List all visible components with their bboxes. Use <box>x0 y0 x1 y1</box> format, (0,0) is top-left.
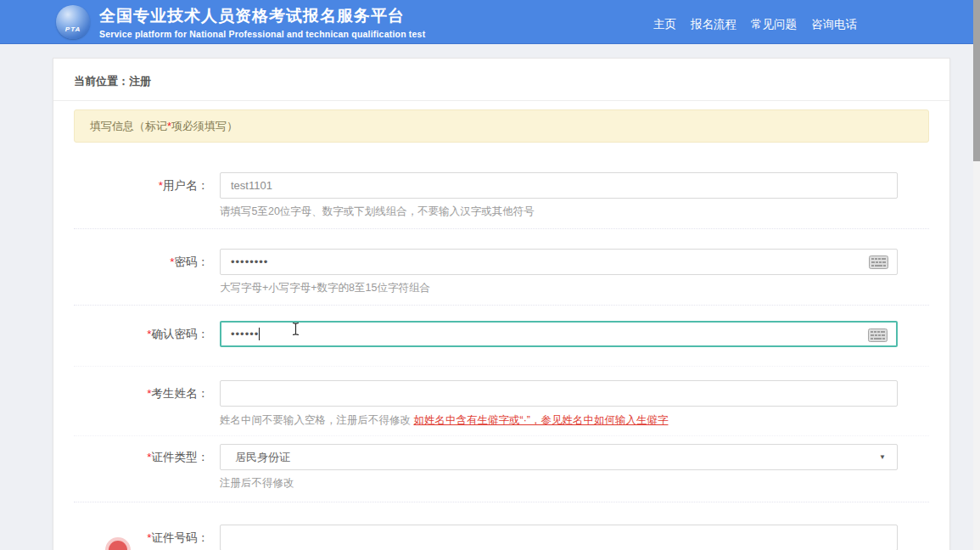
candidate-name-label: *考生姓名： <box>53 380 209 407</box>
row-separator <box>74 228 929 229</box>
nav-registration-process[interactable]: 报名流程 <box>691 17 736 32</box>
username-label: *用户名： <box>53 172 209 199</box>
field-row-confirm-password: *确认密码： •••••• <box>53 321 949 347</box>
notice-text: 填写信息（标记 <box>90 120 167 132</box>
password-input[interactable]: •••••••• <box>220 249 898 275</box>
required-fields-notice: 填写信息（标记*项必须填写） <box>74 109 929 143</box>
id-number-label: *证件号码： <box>53 525 209 550</box>
app-header: PTA 全国专业技术人员资格考试报名服务平台 Service platform … <box>0 0 973 44</box>
nav-contact-phone[interactable]: 咨询电话 <box>811 17 857 32</box>
nav-faq[interactable]: 常见问题 <box>751 17 797 32</box>
row-separator <box>74 435 929 436</box>
field-row-username: *用户名： <box>53 172 949 199</box>
id-number-input[interactable] <box>220 525 898 550</box>
keyboard-icon[interactable] <box>869 255 888 269</box>
id-type-label: *证件类型： <box>53 444 209 470</box>
candidate-name-input[interactable] <box>220 380 898 407</box>
username-hint: 请填写5至20位字母、数字或下划线组合，不要输入汉字或其他符号 <box>220 205 535 219</box>
field-row-id-type: *证件类型： 居民身份证 ▼ <box>53 444 949 470</box>
title-block: 全国专业技术人员资格考试报名服务平台 Service platform for … <box>99 6 425 39</box>
username-input[interactable] <box>220 172 898 199</box>
id-type-hint: 注册后不得修改 <box>220 476 294 491</box>
candidate-name-hint: 姓名中间不要输入空格，注册后不得修改 如姓名中含有生僻字或“·”，参见姓名中如何… <box>220 413 668 428</box>
confirm-password-label: *确认密码： <box>53 321 209 347</box>
field-row-candidate-name: *考生姓名： <box>53 380 949 407</box>
text-caret <box>259 328 260 340</box>
page-title: 全国专业技术人员资格考试报名服务平台 <box>99 6 425 26</box>
platform-logo-icon: PTA <box>56 5 90 39</box>
logo-text: PTA <box>56 25 90 33</box>
confirm-password-input[interactable]: •••••• <box>220 321 898 347</box>
page-subtitle: Service platform for National Profession… <box>99 29 425 39</box>
ibeam-cursor-icon <box>291 322 300 336</box>
row-separator <box>74 305 929 306</box>
notice-text-2: 项必须填写） <box>171 120 238 132</box>
id-type-select[interactable]: 居民身份证 ▼ <box>220 444 898 470</box>
password-label: *密码： <box>53 249 209 275</box>
scrollbar-track[interactable] <box>973 0 980 550</box>
rare-character-help-link[interactable]: 如姓名中含有生僻字或“·”，参见姓名中如何输入生僻字 <box>413 414 668 426</box>
chevron-down-icon: ▼ <box>879 445 886 469</box>
keyboard-icon[interactable] <box>868 328 888 342</box>
field-row-password: *密码： •••••••• <box>53 249 949 275</box>
row-separator <box>74 502 929 502</box>
field-row-id-number: *证件号码： <box>53 525 949 550</box>
row-separator <box>74 366 929 367</box>
scrollbar-thumb[interactable] <box>973 0 980 161</box>
nav-home[interactable]: 主页 <box>653 17 676 32</box>
breadcrumb: 当前位置：注册 <box>53 59 949 101</box>
password-hint: 大写字母+小写字母+数字的8至15位字符组合 <box>220 281 430 295</box>
content-panel: 当前位置：注册 填写信息（标记*项必须填写） *用户名： 请填写5至20位字母、… <box>53 58 950 550</box>
top-nav: 主页 报名流程 常见问题 咨询电话 <box>653 17 857 32</box>
